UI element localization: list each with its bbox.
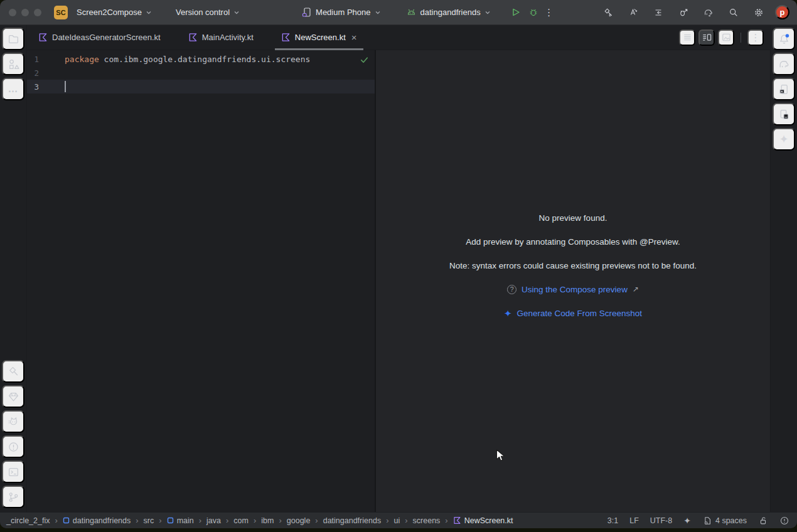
tab-label: DateIdeasGeneratorScreen.kt	[52, 33, 161, 42]
generate-link-label[interactable]: Generate Code From Screenshot	[516, 309, 642, 318]
run-config-name: datingandfriends	[420, 8, 481, 17]
project-icon: SC	[54, 6, 68, 19]
tab-label: MainActivity.kt	[202, 33, 254, 42]
settings-gear-icon[interactable]	[750, 4, 768, 21]
running-devices-icon[interactable]	[773, 78, 795, 100]
breadcrumb-item[interactable]: src	[144, 516, 154, 525]
problems-icon[interactable]	[2, 435, 24, 458]
apply-changes-icon[interactable]	[624, 4, 642, 21]
device-name: Medium Phone	[316, 8, 370, 17]
breadcrumb-item[interactable]: main	[167, 516, 194, 525]
breadcrumb-separator: ›	[199, 516, 201, 525]
generate-code-from-screenshot-link[interactable]: ✦ Generate Code From Screenshot	[504, 307, 642, 319]
code-text: package com.ibm.google.datingandfriends.…	[65, 55, 310, 64]
breadcrumb-separator: ›	[136, 516, 138, 525]
breadcrumb: _circle_2_fix › datingandfriends › src ›…	[6, 516, 513, 525]
breadcrumb-item[interactable]: _circle_2_fix	[6, 516, 50, 525]
gemini-sparkle-icon[interactable]: ✦	[773, 128, 795, 151]
gradle-sync-icon[interactable]	[700, 4, 717, 21]
breadcrumb-item[interactable]: google	[287, 516, 311, 525]
chevron-down-icon	[146, 9, 152, 16]
docs-link-label[interactable]: Using the Compose preview	[522, 285, 628, 294]
code-editor[interactable]: 1 package com.ibm.google.datingandfriend…	[27, 50, 375, 512]
breadcrumb-separator: ›	[159, 516, 161, 525]
chevron-down-icon	[375, 9, 381, 16]
breadcrumb-item[interactable]: ui	[393, 516, 400, 525]
project-folder-icon[interactable]	[2, 28, 24, 50]
gradle-elephant-icon[interactable]	[773, 53, 795, 75]
breadcrumb-item[interactable]: com	[233, 516, 249, 525]
compose-preview-docs-link[interactable]: ? Using the Compose preview ↗	[507, 284, 639, 295]
help-question-icon: ?	[507, 285, 516, 294]
run-configuration-selector[interactable]: datingandfriends	[402, 4, 495, 21]
breadcrumb-item[interactable]: datingandfriends	[323, 516, 381, 525]
code-text	[65, 81, 66, 92]
more-editor-actions-icon[interactable]: ⋮	[747, 29, 764, 46]
code-view-icon[interactable]	[679, 29, 695, 46]
close-tab-icon[interactable]: ×	[351, 33, 357, 42]
main-area: …	[0, 25, 797, 512]
line-number[interactable]: 2	[27, 68, 39, 78]
more-tool-windows-icon[interactable]: …	[2, 78, 24, 100]
macos-traffic-lights	[9, 9, 41, 16]
breadcrumb-item[interactable]: ibm	[261, 516, 274, 525]
logcat-cat-icon[interactable]	[2, 410, 24, 433]
terminal-icon[interactable]	[2, 460, 24, 483]
git-branch-icon[interactable]	[2, 486, 24, 508]
problems-indicator-icon[interactable]	[779, 516, 789, 526]
attach-debugger-icon[interactable]	[675, 4, 692, 21]
breadcrumb-item[interactable]: java	[206, 516, 221, 525]
inspections-ok-check-icon[interactable]	[360, 55, 369, 65]
build-run-icon[interactable]	[599, 4, 617, 21]
close-window-button[interactable]	[9, 9, 16, 16]
project-selector[interactable]: Screen2Compose	[73, 4, 156, 20]
code-line: 1 package com.ibm.google.datingandfriend…	[27, 52, 375, 66]
split-view-icon[interactable]	[698, 29, 715, 46]
code-line: 2	[27, 66, 375, 80]
apply-code-changes-icon[interactable]	[650, 4, 667, 21]
left-tool-stripe: …	[0, 25, 27, 512]
editor-column: DateIdeasGeneratorScreen.kt MainActivity…	[27, 25, 770, 512]
search-icon[interactable]	[725, 4, 742, 21]
line-separator-widget[interactable]: LF	[629, 516, 639, 525]
gem-icon[interactable]	[2, 385, 24, 408]
toolbar-right-actions: p	[599, 4, 789, 21]
notifications-bell-icon[interactable]	[773, 28, 795, 50]
version-control-label: Version control	[176, 8, 230, 17]
user-avatar[interactable]: p	[775, 5, 789, 19]
more-run-actions-button[interactable]: ⋮	[542, 7, 556, 18]
tab-label: NewScreen.kt	[295, 33, 346, 42]
project-name: Screen2Compose	[77, 8, 142, 17]
run-button[interactable]	[507, 4, 525, 21]
caret-position-widget[interactable]: 3:1	[607, 516, 618, 525]
breadcrumb-separator: ›	[254, 516, 256, 525]
breadcrumb-separator: ›	[405, 516, 407, 525]
breadcrumb-item[interactable]: screens	[413, 516, 441, 525]
compose-preview-pane: No preview found. Add preview by annotat…	[376, 50, 770, 512]
indent-widget[interactable]: 4 spaces	[702, 516, 747, 526]
tab-mainactivity[interactable]: MainActivity.kt	[181, 25, 261, 50]
version-control-menu[interactable]: Version control	[172, 4, 243, 20]
tab-dateideasgeneratorscreen[interactable]: DateIdeasGeneratorScreen.kt	[31, 25, 168, 50]
zoom-window-button[interactable]	[34, 9, 41, 16]
device-manager-icon[interactable]	[773, 103, 795, 125]
lock-open-icon[interactable]	[758, 516, 768, 526]
minimize-window-button[interactable]	[21, 9, 29, 16]
debug-button[interactable]	[525, 4, 542, 21]
resource-manager-icon[interactable]	[2, 53, 24, 75]
indent-file-gear-icon	[702, 516, 712, 526]
tab-newscreen[interactable]: NewScreen.kt ×	[274, 25, 365, 50]
android-icon	[406, 7, 417, 18]
device-selector[interactable]: Medium Phone	[297, 4, 384, 21]
kotlin-file-icon	[38, 33, 48, 42]
ai-status-sparkle-icon[interactable]: ✦	[683, 516, 691, 525]
breadcrumb-separator: ›	[445, 516, 447, 525]
design-view-icon[interactable]	[718, 29, 734, 46]
breadcrumb-item-current-file[interactable]: NewScreen.kt	[453, 516, 513, 525]
breadcrumb-item[interactable]: datingandfriends	[63, 516, 131, 525]
encoding-widget[interactable]: UTF-8	[650, 516, 672, 525]
line-number[interactable]: 1	[27, 55, 39, 64]
build-hammer-icon[interactable]	[2, 360, 24, 383]
line-number[interactable]: 3	[27, 82, 39, 92]
external-link-icon: ↗	[633, 285, 639, 294]
